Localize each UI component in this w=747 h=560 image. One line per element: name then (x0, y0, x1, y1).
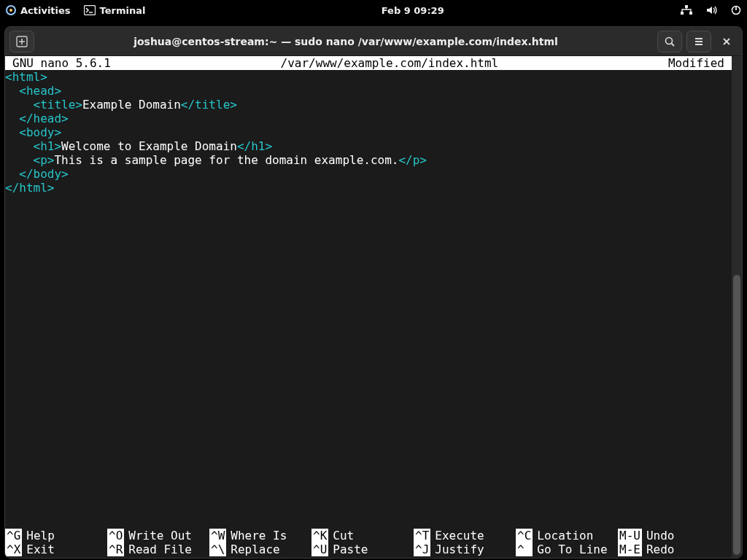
search-button[interactable] (657, 31, 682, 52)
shortcut: ^UPaste (311, 542, 414, 556)
current-app-label: Terminal (100, 5, 146, 16)
shortcut-label: Undo (646, 529, 675, 542)
svg-rect-6 (689, 12, 692, 15)
power-icon[interactable] (731, 5, 741, 15)
shortcut-key: ^X (5, 542, 22, 556)
search-icon (664, 36, 676, 47)
editor-line: <head> (5, 84, 732, 98)
shortcut: ^CLocation (516, 529, 618, 542)
terminal-icon (84, 5, 96, 15)
close-button[interactable] (716, 31, 738, 52)
shortcut-key: ^W (209, 529, 226, 542)
current-app[interactable]: Terminal (84, 5, 146, 16)
svg-rect-4 (685, 5, 688, 8)
shortcut-label: Write Out (128, 529, 192, 542)
clock-label: Feb 9 09:29 (382, 5, 444, 16)
scrollbar-thumb[interactable] (733, 275, 740, 555)
window-title: joshua@centos-stream:~ — sudo nano /var/… (39, 36, 653, 47)
shortcut-label: Execute (435, 529, 484, 542)
editor-line: </head> (5, 112, 732, 125)
editor-line: <body> (5, 125, 732, 139)
shortcut: ^TExecute (414, 529, 516, 542)
shortcut-label: Paste (333, 542, 368, 556)
shortcut-key: M-E (618, 542, 642, 556)
scrollbar[interactable] (732, 56, 742, 558)
shortcut-label: Redo (646, 542, 675, 556)
shortcut-label: Exit (26, 542, 55, 556)
nano-shortcut-bar: ^GHelp^OWrite Out^WWhere Is^KCut^TExecut… (5, 529, 732, 558)
shortcut-key: ^U (311, 542, 328, 556)
editor-line: <title>Example Domain</title> (5, 98, 732, 112)
shortcut: ^JJustify (414, 542, 516, 556)
hamburger-icon (693, 36, 705, 47)
shortcut: M-UUndo (618, 529, 684, 542)
editor-line: </body> (5, 167, 732, 181)
activities-icon (6, 5, 16, 15)
shortcut-label: Justify (435, 542, 484, 556)
shortcut: ^ Go To Line (516, 542, 618, 556)
shortcut-label: Help (26, 529, 55, 542)
shortcut: M-ERedo (618, 542, 684, 556)
shortcut: ^XExit (5, 542, 107, 556)
svg-point-1 (9, 9, 12, 12)
shortcut: ^GHelp (5, 529, 107, 542)
shortcut-label: Replace (231, 542, 279, 556)
shortcut-key: ^K (311, 529, 328, 542)
nano-status: Modified (668, 56, 724, 70)
shortcut-key: ^R (107, 542, 124, 556)
menu-button[interactable] (686, 31, 711, 52)
editor-line: </html> (5, 181, 732, 195)
shortcut: ^\Replace (209, 542, 311, 556)
volume-icon[interactable] (706, 5, 718, 15)
new-tab-button[interactable] (9, 31, 34, 52)
terminal-viewport[interactable]: GNU nano 5.6.1 /var/www/example.com/inde… (5, 56, 732, 558)
shortcut-label: Go To Line (537, 542, 607, 556)
shortcut-key: M-U (618, 529, 642, 542)
network-icon[interactable] (680, 5, 693, 15)
close-icon (721, 36, 732, 47)
svg-rect-2 (84, 6, 95, 15)
shortcut-label: Where Is (231, 529, 287, 542)
nano-filepath: /var/www/example.com/index.html (111, 56, 668, 70)
activities-label: Activities (20, 5, 71, 16)
svg-point-12 (666, 37, 673, 44)
nano-header: GNU nano 5.6.1 /var/www/example.com/inde… (5, 56, 732, 70)
editor-line: <html> (5, 70, 732, 84)
shortcut-label: Location (537, 529, 593, 542)
shortcut-key: ^O (107, 529, 124, 542)
editor-line: <p>This is a sample page for the domain … (5, 153, 732, 167)
svg-line-13 (672, 43, 675, 46)
nano-version: GNU nano 5.6.1 (12, 56, 111, 70)
shortcut-key: ^J (414, 542, 430, 556)
nano-editor-content[interactable]: <html> <head> <title>Example Domain</tit… (5, 70, 732, 195)
shortcut-key: ^T (414, 529, 430, 542)
gnome-topbar: Activities Terminal Feb 9 09:29 (0, 0, 747, 20)
window-titlebar: joshua@centos-stream:~ — sudo nano /var/… (5, 27, 742, 56)
activities-button[interactable]: Activities (6, 5, 71, 16)
shortcut-key: ^ (516, 542, 533, 556)
terminal-window: joshua@centos-stream:~ — sudo nano /var/… (4, 26, 743, 559)
shortcut-key: ^\ (209, 542, 226, 556)
clock[interactable]: Feb 9 09:29 (382, 5, 444, 16)
editor-line: <h1>Welcome to Example Domain</h1> (5, 139, 732, 153)
shortcut-label: Read File (128, 542, 192, 556)
shortcut: ^KCut (311, 529, 414, 542)
shortcut: ^RRead File (107, 542, 209, 556)
shortcut-label: Cut (333, 529, 354, 542)
shortcut: ^WWhere Is (209, 529, 311, 542)
svg-rect-5 (681, 12, 684, 15)
shortcut-key: ^C (516, 529, 533, 542)
shortcut: ^OWrite Out (107, 529, 209, 542)
shortcut-key: ^G (5, 529, 22, 542)
